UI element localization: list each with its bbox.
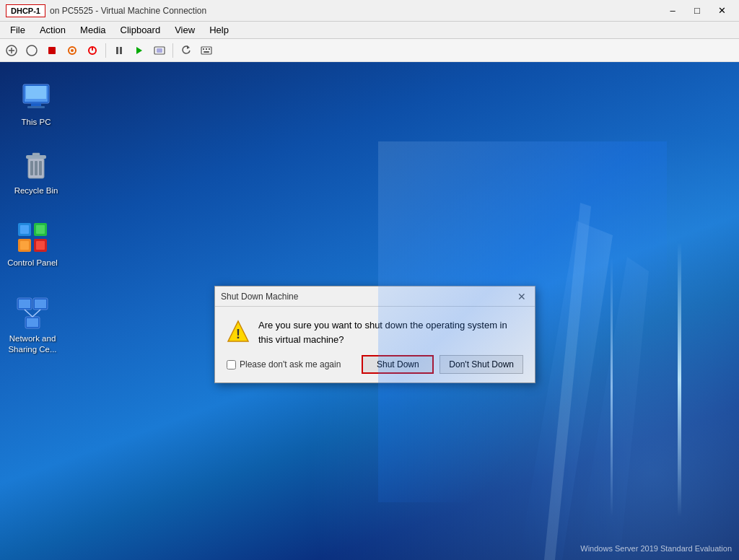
svg-rect-19 <box>204 51 209 53</box>
tb-stop[interactable] <box>43 42 61 59</box>
svg-rect-9 <box>116 47 118 54</box>
menu-view[interactable]: View <box>167 23 202 37</box>
svg-point-3 <box>27 45 37 56</box>
minimize-button[interactable]: – <box>661 4 684 18</box>
maximize-button[interactable]: □ <box>686 4 709 18</box>
menu-help[interactable]: Help <box>202 23 236 37</box>
svg-rect-4 <box>48 47 56 54</box>
svg-marker-11 <box>136 47 142 54</box>
dont-shutdown-button[interactable]: Don't Shut Down <box>440 355 523 374</box>
svg-rect-13 <box>157 48 162 53</box>
menu-clipboard[interactable]: Clipboard <box>113 23 168 37</box>
dialog-footer: Please don't ask me again Shut Down Don'… <box>215 346 535 382</box>
dont-ask-checkbox[interactable] <box>227 360 236 369</box>
tb-revert[interactable] <box>178 42 195 59</box>
menu-bar: File Action Media Clipboard View Help <box>0 22 739 39</box>
window-controls: – □ ✕ <box>661 4 733 18</box>
svg-rect-17 <box>206 48 207 50</box>
dialog-message: Are you sure you want to shut down the o… <box>258 318 523 346</box>
tb-separator-2 <box>172 43 173 58</box>
svg-rect-15 <box>201 47 211 54</box>
tb-shutdown[interactable] <box>84 42 101 59</box>
shutdown-dialog: Shut Down Machine ✕ ! Are you sure you w… <box>214 286 535 383</box>
menu-file[interactable]: File <box>3 23 32 37</box>
shutdown-button[interactable]: Shut Down <box>362 355 434 374</box>
dialog-titlebar: Shut Down Machine ✕ <box>215 286 535 307</box>
tb-ctrl-alt-del[interactable] <box>3 42 20 59</box>
dont-ask-checkbox-label[interactable]: Please don't ask me again <box>227 359 356 369</box>
title-bar-text: on PC5525 - Virtual Machine Connection <box>50 6 661 16</box>
title-bar: DHCP-1 on PC5525 - Virtual Machine Conne… <box>0 0 739 22</box>
svg-rect-16 <box>203 48 204 50</box>
dialog-close-button[interactable]: ✕ <box>515 289 529 304</box>
tb-reset[interactable] <box>64 42 81 59</box>
toolbar <box>0 39 739 62</box>
menu-action[interactable]: Action <box>32 23 73 37</box>
dialog-body: ! Are you sure you want to shut down the… <box>215 307 535 346</box>
tb-separator-1 <box>105 43 106 58</box>
svg-rect-10 <box>120 47 122 54</box>
svg-point-6 <box>71 49 74 52</box>
svg-marker-14 <box>187 45 190 49</box>
menu-media[interactable]: Media <box>73 23 113 37</box>
tb-pause[interactable] <box>110 42 128 59</box>
tb-back[interactable] <box>23 42 40 59</box>
svg-text:!: ! <box>236 327 240 341</box>
tb-snapshot[interactable] <box>151 42 168 59</box>
tb-play[interactable] <box>131 42 148 59</box>
dialog-title: Shut Down Machine <box>221 292 298 302</box>
svg-rect-18 <box>209 48 210 50</box>
tb-keyboard[interactable] <box>198 42 215 59</box>
warning-icon: ! <box>227 320 250 343</box>
desktop: This PC Recycle Bin <box>0 62 739 560</box>
close-button[interactable]: ✕ <box>710 4 733 18</box>
dialog-overlay: Shut Down Machine ✕ ! Are you sure you w… <box>0 62 739 560</box>
vm-tab[interactable]: DHCP-1 <box>6 4 45 17</box>
